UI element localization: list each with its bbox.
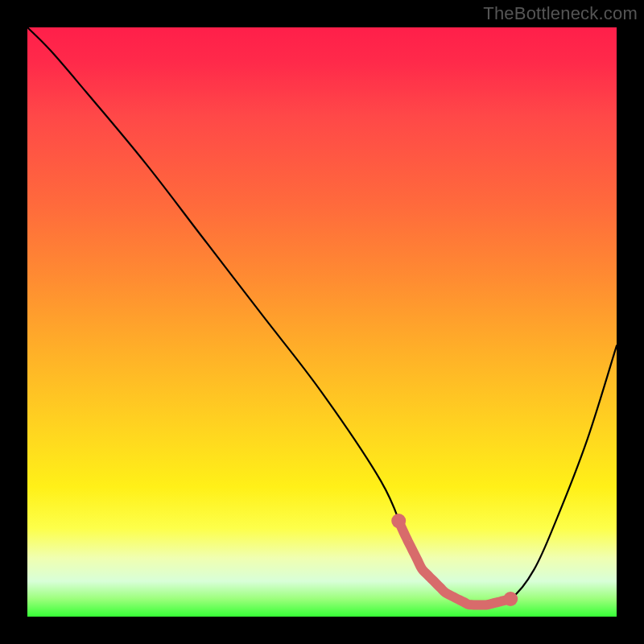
bottleneck-curve [27,27,617,606]
highlight-dot-start [391,514,406,528]
chart-frame: TheBottleneck.com [0,0,644,644]
highlight-dot-end [503,592,518,606]
highlight-segment [398,521,510,605]
watermark-text: TheBottleneck.com [483,3,638,24]
curve-svg [27,27,617,617]
plot-area [27,27,617,617]
